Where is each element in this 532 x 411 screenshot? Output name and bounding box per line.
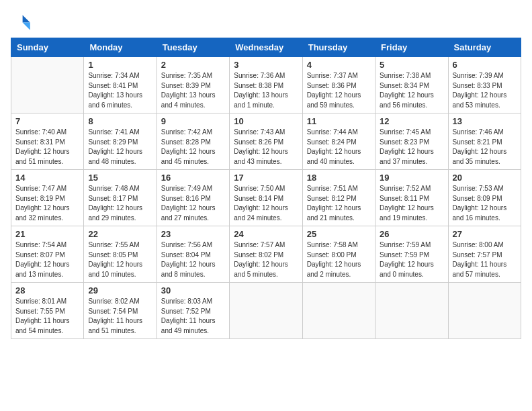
- day-number: 15: [88, 173, 152, 183]
- calendar-cell: 16Sunrise: 7:49 AM Sunset: 8:16 PM Dayli…: [157, 170, 229, 226]
- day-number: 8: [88, 116, 152, 126]
- day-number: 11: [307, 116, 371, 126]
- calendar-cell: 8Sunrise: 7:41 AM Sunset: 8:29 PM Daylig…: [84, 113, 157, 170]
- calendar-cell: 22Sunrise: 7:55 AM Sunset: 8:05 PM Dayli…: [84, 226, 157, 283]
- day-info: Sunrise: 7:38 AM Sunset: 8:34 PM Dayligh…: [380, 71, 443, 110]
- day-number: 10: [234, 116, 298, 126]
- day-header-tuesday: Tuesday: [157, 38, 229, 57]
- day-number: 3: [234, 60, 298, 70]
- day-header-thursday: Thursday: [302, 38, 375, 57]
- day-number: 18: [307, 173, 371, 183]
- calendar-cell: 9Sunrise: 7:42 AM Sunset: 8:28 PM Daylig…: [157, 113, 229, 170]
- svg-marker-0: [23, 15, 30, 22]
- day-info: Sunrise: 7:48 AM Sunset: 8:17 PM Dayligh…: [88, 184, 152, 223]
- day-info: Sunrise: 7:54 AM Sunset: 8:07 PM Dayligh…: [15, 240, 79, 279]
- day-info: Sunrise: 7:49 AM Sunset: 8:16 PM Dayligh…: [161, 184, 225, 223]
- calendar-week-row: 1Sunrise: 7:34 AM Sunset: 8:41 PM Daylig…: [11, 57, 521, 113]
- calendar-cell: 29Sunrise: 8:02 AM Sunset: 7:54 PM Dayli…: [84, 283, 157, 339]
- day-number: 4: [307, 60, 371, 70]
- day-number: 29: [88, 285, 152, 295]
- calendar-cell: 12Sunrise: 7:45 AM Sunset: 8:23 PM Dayli…: [375, 113, 448, 170]
- calendar-cell: 1Sunrise: 7:34 AM Sunset: 8:41 PM Daylig…: [84, 57, 157, 113]
- day-info: Sunrise: 7:41 AM Sunset: 8:29 PM Dayligh…: [88, 128, 152, 167]
- day-number: 5: [380, 60, 443, 70]
- day-info: Sunrise: 7:46 AM Sunset: 8:21 PM Dayligh…: [453, 128, 517, 167]
- calendar-cell: 5Sunrise: 7:38 AM Sunset: 8:34 PM Daylig…: [375, 57, 448, 113]
- calendar-cell: 2Sunrise: 7:35 AM Sunset: 8:39 PM Daylig…: [157, 57, 229, 113]
- day-info: Sunrise: 7:43 AM Sunset: 8:26 PM Dayligh…: [234, 128, 298, 167]
- calendar-cell: 28Sunrise: 8:01 AM Sunset: 7:55 PM Dayli…: [11, 283, 84, 339]
- day-number: 19: [380, 173, 443, 183]
- day-number: 20: [453, 173, 517, 183]
- day-info: Sunrise: 7:44 AM Sunset: 8:24 PM Dayligh…: [307, 128, 371, 167]
- day-info: Sunrise: 7:50 AM Sunset: 8:14 PM Dayligh…: [234, 184, 298, 223]
- day-info: Sunrise: 7:52 AM Sunset: 8:11 PM Dayligh…: [380, 184, 443, 223]
- logo-icon: [11, 11, 32, 32]
- day-number: 21: [15, 229, 79, 239]
- day-info: Sunrise: 7:58 AM Sunset: 8:00 PM Dayligh…: [307, 240, 371, 279]
- calendar-week-row: 28Sunrise: 8:01 AM Sunset: 7:55 PM Dayli…: [11, 283, 521, 339]
- calendar-cell: 10Sunrise: 7:43 AM Sunset: 8:26 PM Dayli…: [230, 113, 302, 170]
- calendar-cell: [375, 283, 448, 339]
- day-number: 1: [88, 60, 152, 70]
- day-number: 24: [234, 229, 298, 239]
- svg-marker-1: [23, 23, 30, 30]
- calendar-cell: 19Sunrise: 7:52 AM Sunset: 8:11 PM Dayli…: [375, 170, 448, 226]
- day-header-sunday: Sunday: [11, 38, 84, 57]
- day-info: Sunrise: 7:45 AM Sunset: 8:23 PM Dayligh…: [380, 128, 443, 167]
- calendar-week-row: 7Sunrise: 7:40 AM Sunset: 8:31 PM Daylig…: [11, 113, 521, 170]
- calendar-cell: 11Sunrise: 7:44 AM Sunset: 8:24 PM Dayli…: [302, 113, 375, 170]
- calendar-cell: 21Sunrise: 7:54 AM Sunset: 8:07 PM Dayli…: [11, 226, 84, 283]
- calendar-cell: 23Sunrise: 7:56 AM Sunset: 8:04 PM Dayli…: [157, 226, 229, 283]
- day-info: Sunrise: 8:01 AM Sunset: 7:55 PM Dayligh…: [15, 297, 79, 336]
- calendar-cell: [230, 283, 302, 339]
- day-number: 9: [161, 116, 225, 126]
- day-number: 2: [161, 60, 225, 70]
- day-info: Sunrise: 7:53 AM Sunset: 8:09 PM Dayligh…: [453, 184, 517, 223]
- day-info: Sunrise: 7:47 AM Sunset: 8:19 PM Dayligh…: [15, 184, 79, 223]
- day-info: Sunrise: 7:39 AM Sunset: 8:33 PM Dayligh…: [453, 71, 517, 110]
- calendar-header-row: SundayMondayTuesdayWednesdayThursdayFrid…: [11, 38, 521, 57]
- calendar-cell: [11, 57, 84, 113]
- day-info: Sunrise: 7:55 AM Sunset: 8:05 PM Dayligh…: [88, 240, 152, 279]
- day-info: Sunrise: 7:42 AM Sunset: 8:28 PM Dayligh…: [161, 128, 225, 167]
- day-number: 16: [161, 173, 225, 183]
- calendar-cell: [448, 283, 521, 339]
- day-number: 27: [453, 229, 517, 239]
- calendar-cell: 4Sunrise: 7:37 AM Sunset: 8:36 PM Daylig…: [302, 57, 375, 113]
- calendar-table: SundayMondayTuesdayWednesdayThursdayFrid…: [11, 38, 521, 339]
- calendar-cell: 25Sunrise: 7:58 AM Sunset: 8:00 PM Dayli…: [302, 226, 375, 283]
- calendar-cell: 17Sunrise: 7:50 AM Sunset: 8:14 PM Dayli…: [230, 170, 302, 226]
- day-number: 22: [88, 229, 152, 239]
- calendar-cell: 26Sunrise: 7:59 AM Sunset: 7:59 PM Dayli…: [375, 226, 448, 283]
- calendar-cell: 13Sunrise: 7:46 AM Sunset: 8:21 PM Dayli…: [448, 113, 521, 170]
- calendar-cell: 30Sunrise: 8:03 AM Sunset: 7:52 PM Dayli…: [157, 283, 229, 339]
- day-number: 23: [161, 229, 225, 239]
- page-header: [11, 11, 521, 32]
- day-info: Sunrise: 8:00 AM Sunset: 7:57 PM Dayligh…: [453, 240, 517, 279]
- day-info: Sunrise: 7:51 AM Sunset: 8:12 PM Dayligh…: [307, 184, 371, 223]
- day-info: Sunrise: 7:40 AM Sunset: 8:31 PM Dayligh…: [15, 128, 79, 167]
- day-header-wednesday: Wednesday: [230, 38, 302, 57]
- day-number: 25: [307, 229, 371, 239]
- day-number: 14: [15, 173, 79, 183]
- calendar-cell: 20Sunrise: 7:53 AM Sunset: 8:09 PM Dayli…: [448, 170, 521, 226]
- calendar-cell: 18Sunrise: 7:51 AM Sunset: 8:12 PM Dayli…: [302, 170, 375, 226]
- day-info: Sunrise: 7:59 AM Sunset: 7:59 PM Dayligh…: [380, 240, 443, 279]
- calendar-cell: 24Sunrise: 7:57 AM Sunset: 8:02 PM Dayli…: [230, 226, 302, 283]
- day-info: Sunrise: 8:02 AM Sunset: 7:54 PM Dayligh…: [88, 297, 152, 336]
- day-number: 30: [161, 285, 225, 295]
- day-number: 13: [453, 116, 517, 126]
- calendar-week-row: 21Sunrise: 7:54 AM Sunset: 8:07 PM Dayli…: [11, 226, 521, 283]
- day-info: Sunrise: 8:03 AM Sunset: 7:52 PM Dayligh…: [161, 297, 225, 336]
- day-number: 6: [453, 60, 517, 70]
- calendar-cell: [302, 283, 375, 339]
- day-number: 26: [380, 229, 443, 239]
- day-info: Sunrise: 7:35 AM Sunset: 8:39 PM Dayligh…: [161, 71, 225, 110]
- day-info: Sunrise: 7:57 AM Sunset: 8:02 PM Dayligh…: [234, 240, 298, 279]
- calendar-cell: 7Sunrise: 7:40 AM Sunset: 8:31 PM Daylig…: [11, 113, 84, 170]
- day-number: 17: [234, 173, 298, 183]
- day-header-saturday: Saturday: [448, 38, 521, 57]
- day-info: Sunrise: 7:56 AM Sunset: 8:04 PM Dayligh…: [161, 240, 225, 279]
- day-header-friday: Friday: [375, 38, 448, 57]
